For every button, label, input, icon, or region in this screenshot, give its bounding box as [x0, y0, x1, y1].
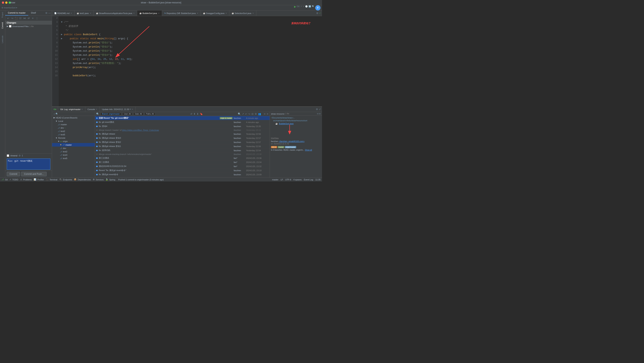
spring-btn[interactable]: 🍃 Spring — [106, 178, 115, 181]
collapse-icon[interactable]: ⇉ — [264, 113, 265, 115]
log-row-8[interactable]: fix: 排序代码 fanzhen Yesterday 22:54 — [95, 148, 270, 153]
collapse-detail-icon[interactable]: ⇉ — [317, 112, 318, 115]
unversioned-checkbox[interactable] — [9, 25, 12, 27]
branch-search-input[interactable] — [56, 113, 94, 115]
utf-status[interactable]: UTF-8 — [285, 179, 291, 181]
tab-close-test1[interactable]: ✕ — [90, 12, 91, 14]
user-avatar[interactable]: F — [315, 5, 320, 10]
log-row-5[interactable]: fix: 测试git rebase 变动3 fanzhen Yesterday … — [95, 136, 270, 140]
filter-icon[interactable]: ⊟ — [252, 112, 254, 115]
show-all-link[interactable]: Show all — [305, 149, 312, 151]
log-row-4[interactable]: fix: 测试git rebase fanzhen Yesterday 22:5… — [95, 132, 270, 136]
tab-close-selection[interactable]: ✕ — [252, 12, 254, 14]
update-dropdown[interactable]: ▾ — [130, 108, 131, 110]
search-icon-log[interactable]: 🔍 — [96, 112, 99, 115]
check-btn[interactable]: ☑ — [19, 17, 22, 20]
log-row-0[interactable]: 回滚 Revert "fix: git revert测试" origin & m… — [95, 116, 270, 120]
tab-readme[interactable]: 📄 README.md ✕ — [52, 10, 74, 16]
expand-arrow[interactable]: ▶ — [7, 25, 8, 27]
undo-btn[interactable]: ↩ — [6, 17, 10, 20]
detail-file-link[interactable]: BubbleSort.java — [279, 122, 294, 125]
editor-settings-icon[interactable]: ⚙ — [316, 12, 318, 14]
tab-test1[interactable]: ☕ test1.java ✕ — [74, 10, 94, 16]
branch-back-btn[interactable]: ◁ — [53, 112, 55, 115]
commit-and-push-button[interactable]: Commit and Push... — [21, 172, 46, 176]
tab-bubblesort[interactable]: ☕ BubbleSort.java ✕ — [137, 10, 162, 16]
branch-test3-remote[interactable]: ⎇ test3 — [52, 153, 95, 157]
branch-remote-section[interactable]: ▼ Remote — [52, 136, 95, 140]
branch-master-local[interactable]: ⎇ master — [52, 123, 95, 126]
tab-close-repo-diff[interactable]: ✕ — [197, 12, 198, 14]
branch-test5-remote[interactable]: ⎇ test5 — [52, 157, 95, 160]
amend-checkbox[interactable] — [7, 154, 9, 157]
commit-label[interactable]: Commit — [2, 22, 4, 28]
code-editor[interactable]: 2 3 4 5 6 7 8 9 10 11 12 13 14 15 — [52, 16, 322, 106]
branch-test2-remote[interactable]: ⎇ test2 — [52, 150, 95, 153]
amend-settings-icon[interactable]: ⚙ — [18, 154, 21, 157]
branch-test2-local[interactable]: ⎇ test2 — [52, 130, 95, 133]
amend-info-icon[interactable]: ℹ — [22, 154, 23, 157]
redo-btn[interactable]: ↪ — [10, 17, 14, 20]
fold-icon-3[interactable]: ▼ — [61, 20, 62, 24]
tab-selectionsort[interactable]: ☕ SelectionSort.java ✕ — [230, 10, 256, 16]
tab-swagger[interactable]: ☕ SwaggerConfig.java ✕ — [201, 10, 230, 16]
log-row-11[interactable]: 第二次测试 fan* 2024/1/20, 23:34 — [95, 160, 270, 164]
run-icon-7[interactable]: ▶ — [61, 37, 62, 41]
up-icon[interactable]: ⬆ — [194, 112, 196, 115]
spaces-status[interactable]: 4 spaces — [293, 179, 302, 181]
date-filter[interactable]: Date: All — [134, 112, 143, 115]
tab-close-straw[interactable]: ✕ — [133, 12, 135, 14]
close-button[interactable] — [2, 1, 4, 4]
diff-btn[interactable]: ⬛ — [14, 17, 18, 20]
profiler-btn[interactable]: 📊 Profiler — [34, 178, 44, 181]
run-icon-6[interactable]: ▶ — [61, 32, 62, 37]
tab-close-readme[interactable]: ✕ — [70, 12, 72, 14]
minimize-panel-icon[interactable]: — — [48, 11, 51, 14]
more-btn[interactable]: ⋮ — [35, 17, 38, 20]
branch-dev-remote[interactable]: ⎇ dev — [52, 147, 95, 150]
redo-log-icon[interactable]: ↪ — [248, 112, 250, 115]
log-row-14[interactable]: fix: 测试git revert命令 fanzhen 2024/1/20, 2… — [95, 173, 270, 177]
log-row-13[interactable]: Revert "fix: 测试git revert命令" fanzhen 202… — [95, 168, 270, 173]
undo-log-icon[interactable]: ↩ — [245, 112, 247, 115]
branch-local-section[interactable]: ▼ Local — [52, 119, 95, 123]
detail-email[interactable]: <fanzhen_email@163.com> — [279, 140, 304, 142]
merge-btn[interactable]: ⋈ — [23, 17, 26, 20]
tab-shelf[interactable]: Shelf — [28, 10, 38, 15]
refresh-icon[interactable]: ↺ — [190, 112, 192, 115]
log-row-10[interactable]: 第三次测试 fan* 2024/1/20, 23:36 — [95, 156, 270, 160]
tab-repo-diff[interactable]: ⇆ Repository Diff: BubbleSort.java ✕ — [162, 10, 201, 16]
close-git-log[interactable]: ✕ — [82, 108, 83, 110]
sort-btn[interactable]: ⇄ — [27, 17, 30, 20]
run-icon[interactable]: ▶ — [294, 5, 296, 10]
services-btn[interactable]: ⚙ Services — [93, 178, 104, 181]
log-row-7[interactable]: fix: 测试git rebase 变动1 fanzhen Yesterday … — [95, 144, 270, 148]
settings-icon[interactable]: ⚙ — [45, 11, 48, 14]
paths-filter[interactable]: Paths: All — [145, 112, 155, 115]
bookmark-icon[interactable]: 🔖 — [200, 112, 203, 115]
event-log-btn[interactable]: Event Log — [304, 179, 313, 181]
branch-head[interactable]: ▶ HEAD (Current Branch) — [52, 116, 95, 119]
lf-status[interactable]: LF — [281, 179, 283, 181]
problems-btn[interactable]: ⚠ Problems — [20, 178, 32, 181]
merge-link[interactable]: https://gitee.com/Blue_Pepsi_Cola/straw — [122, 129, 159, 131]
tab-commit-to-master[interactable]: Commit to master — [5, 10, 28, 15]
user-filter[interactable]: User: All — [122, 112, 132, 115]
group-btn[interactable]: ≡ — [31, 17, 34, 20]
close-update-info[interactable]: ✕ — [132, 108, 133, 110]
log-row-3[interactable]: Merge branch 'master' of https://gitee.c… — [95, 128, 270, 132]
log-row-6[interactable]: fix: 测试git rebase 变动2 fanzhen Yesterday … — [95, 140, 270, 144]
log-row-9[interactable]: Merge remote-tracking branch 'refs/remot… — [95, 153, 270, 156]
git-bottom-btn[interactable]: ⎇ Git — [2, 178, 8, 181]
tab-git-log[interactable]: Git: Log: origin/master ✕ — [58, 107, 85, 112]
leetcode-label[interactable]: Leetcode — [2, 35, 4, 43]
settings-log-icon[interactable]: ⚙ — [255, 112, 257, 115]
log-row-2[interactable]: fix: 变动4 fanzhen Yesterday 23:35 — [95, 124, 270, 128]
minimize-button[interactable] — [5, 1, 8, 4]
tab-update-info[interactable]: Update Info: 2024/3/12, 21:30 ▾ ✕ — [100, 107, 136, 112]
down-icon[interactable]: ⬇ — [197, 112, 199, 115]
tab-console[interactable]: Console ✕ — [85, 107, 100, 112]
commit-message-area[interactable]: fix: git revert测试 — [7, 158, 50, 170]
project-label[interactable]: Project — [2, 12, 4, 18]
todo-btn[interactable]: ✓ TODO — [10, 178, 18, 181]
